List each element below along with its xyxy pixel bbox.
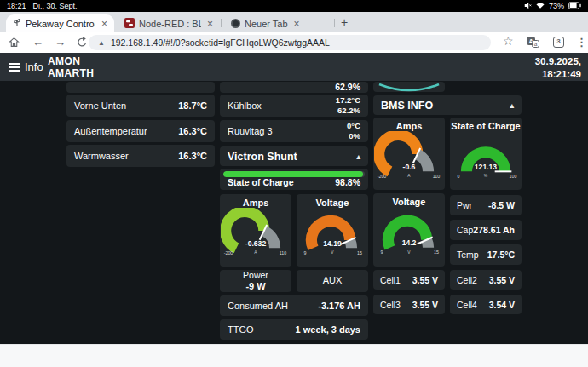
svg-text:15: 15 [434, 249, 439, 255]
tab-pekaway-control[interactable]: Pekaway Control × [6, 14, 114, 32]
soc-label: State of Charge [228, 177, 294, 187]
aux-label: AUX [323, 275, 343, 287]
new-tab-button[interactable]: + [341, 15, 348, 29]
row-label: Warmwasser [74, 151, 129, 161]
mute-icon [524, 2, 532, 11]
tab-count-button[interactable]: 3 [553, 37, 564, 48]
power-value: -9 W [245, 281, 265, 293]
soc-progress-track [223, 171, 365, 177]
gauge-title: State of Charge [450, 118, 522, 131]
gauge-title: Voltage [373, 193, 445, 207]
temp-row-vorne-unten: Vorne Unten 18.7°C [66, 95, 215, 117]
url-text: 192.168.1.49/#!/0?socketid=lgFCHqoLWQ6zw… [111, 37, 330, 48]
tab-node-red[interactable]: Node-RED : BLE C × [118, 14, 220, 32]
victron-ttgo-row: TTGO 1 week, 3 days [220, 319, 368, 340]
close-icon[interactable]: × [207, 18, 213, 30]
voltage-gauge: 14.19V915 [297, 208, 367, 264]
bms-cell2-row: Cell2 3.55 V [450, 270, 522, 290]
tab-separator [221, 19, 222, 27]
row-label: Vorne Unten [74, 100, 126, 111]
row-label: Cell3 [380, 300, 401, 310]
bms-cap-row: Cap 278.61 Ah [450, 220, 522, 240]
row-label: Außentemperatur [74, 126, 147, 136]
row-label: Consumed AH [228, 301, 288, 311]
victron-amps-gauge-card: Amps -0.632A-200110 [220, 194, 291, 267]
svg-text:100: 100 [510, 174, 517, 179]
row-value: 3.55 V [412, 300, 438, 310]
collapse-icon[interactable]: ▴ [510, 101, 514, 110]
url-bar[interactable]: ▲ 192.168.1.49/#!/0?socketid=lgFCHqoLWQ6… [89, 35, 491, 50]
svg-text:121.13: 121.13 [475, 163, 498, 171]
row-label: Cell4 [457, 300, 477, 310]
browser-toolbar: ← → ▲ 192.168.1.49/#!/0?socketid=lgFCHqo… [0, 32, 588, 53]
victron-consumed-ah-row: Consumed AH -3.176 AH [220, 295, 368, 316]
row-value: 3.55 V [489, 275, 515, 285]
victron-aux-card: AUX [297, 270, 368, 292]
bms-voltage-gauge-card: Voltage 14.2V915 [373, 193, 445, 267]
amps-gauge: -0.632A-200110 [221, 208, 291, 264]
tab-title: Pekaway Control [26, 19, 95, 29]
tab-separator [334, 19, 335, 27]
tab-title: Neuer Tab [245, 19, 288, 29]
bms-cell4-row: Cell4 3.54 V [450, 295, 522, 314]
row-label: Ruuvitag 3 [228, 126, 273, 136]
svg-text:110: 110 [433, 174, 441, 179]
bms-cell1-row: Cell1 3.55 V [373, 270, 445, 290]
row-value: 1 week, 3 days [296, 324, 360, 335]
row-value: 17.2°C 62.2% [336, 95, 360, 116]
header-menu-label[interactable]: Info [25, 60, 43, 73]
battery-percent: 73% [549, 2, 564, 10]
android-status-bar: 18:21 Di., 30. Sept. 73% [0, 0, 588, 12]
svg-text:15: 15 [357, 250, 362, 255]
row-value: 0°C 0% [347, 121, 360, 141]
svg-text:%: % [484, 174, 488, 178]
amps-gauge: -0.6A-200110 [374, 131, 444, 187]
hamburger-menu-icon[interactable] [9, 63, 20, 74]
browser-menu-icon[interactable]: ⋮ [576, 36, 587, 49]
translate-icon[interactable]: Aa [527, 37, 539, 51]
svg-text:A: A [407, 174, 411, 178]
svg-text:-200: -200 [378, 174, 387, 179]
row-label: Pwr [457, 200, 472, 210]
group-header-bms-info[interactable]: BMS INFO ▴ [373, 95, 522, 115]
victron-voltage-gauge-card: Voltage 14.19V915 [297, 194, 368, 267]
svg-text:14.2: 14.2 [402, 238, 417, 247]
bookmark-star-icon[interactable]: ☆ [503, 35, 514, 48]
browser-tab-strip: Pekaway Control × Node-RED : BLE C × Neu… [0, 12, 588, 32]
teal-gauge-arc-icon [373, 83, 445, 92]
bms-temp-row: Temp 17.5°C [450, 244, 522, 265]
temp-row-warmwasser: Warmwasser 16.3°C [66, 145, 215, 167]
svg-text:A: A [254, 250, 257, 255]
row-value: 16.3°C [178, 126, 207, 136]
svg-text:14.19: 14.19 [323, 239, 342, 248]
soc-progress-fill [223, 171, 363, 177]
row-value: -3.176 AH [318, 301, 360, 311]
sensor-row-ruuvitag: Ruuvitag 3 0°C 0% [220, 120, 368, 142]
reload-icon[interactable] [77, 37, 88, 50]
tab-neuer-tab[interactable]: Neuer Tab × [224, 14, 330, 32]
close-icon[interactable]: × [101, 18, 107, 30]
temp-row-aussentemperatur: Außentemperatur 16.3°C [66, 120, 215, 142]
group-title: BMS INFO [381, 100, 433, 112]
back-icon[interactable]: ← [32, 36, 43, 49]
wifi-icon [536, 2, 545, 11]
soc-value: 98.8% [335, 177, 360, 187]
bms-pwr-row: Pwr -8.5 W [450, 195, 522, 215]
victron-power-card: Power -9 W [220, 270, 291, 292]
forward-icon[interactable]: → [55, 36, 66, 49]
row-label: Cap [457, 225, 473, 235]
not-secure-warning-icon[interactable]: ▲ [98, 39, 105, 47]
svg-text:-200: -200 [224, 250, 233, 255]
row-value: 18.7°C [178, 100, 207, 111]
group-title: Victron Shunt [228, 151, 297, 163]
victron-soc-card: State of Charge 98.8% [220, 169, 368, 190]
home-icon[interactable] [9, 37, 20, 50]
collapse-icon[interactable]: ▴ [356, 152, 360, 161]
close-icon[interactable]: × [294, 18, 300, 30]
screen: 18:21 Di., 30. Sept. 73% Pekaway Control… [0, 0, 588, 367]
dashboard-header: Info AMON AMARTH 30.9.2025, 18:21:49 [0, 53, 588, 81]
bms-soc-gauge-card: State of Charge 121.13%0100 [450, 118, 522, 190]
group-header-victron-shunt[interactable]: Victron Shunt ▴ [220, 146, 368, 166]
sensor-row-kuehlbox: Kühlbox 17.2°C 62.2% [220, 95, 368, 117]
row-value: 278.61 Ah [473, 225, 515, 235]
